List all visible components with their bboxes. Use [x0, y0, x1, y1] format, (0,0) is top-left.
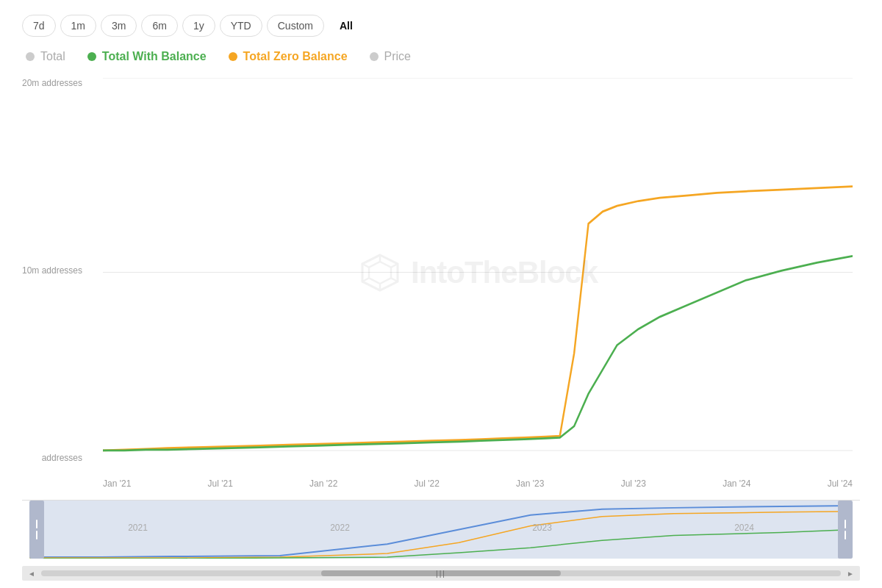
legend-item-total: Total — [26, 50, 65, 63]
y-label-top: 20m addresses — [22, 78, 82, 88]
navigator: 2021 2022 2023 2024 ◄ ||| ► — [22, 500, 860, 581]
chart-lines-svg — [103, 78, 853, 467]
legend-label-price: Price — [384, 50, 411, 63]
time-btn-6m[interactable]: 6m — [141, 15, 177, 37]
chart-legend: TotalTotal With BalanceTotal Zero Balanc… — [22, 50, 860, 63]
x-label-3: Jul '22 — [415, 478, 440, 489]
scroll-arrow-left[interactable]: ◄ — [26, 570, 37, 578]
nav-year-2023: 2023 — [532, 523, 552, 533]
chart-wrapper: 20m addresses 10m addresses addresses — [22, 78, 860, 581]
navigator-year-labels: 2021 2022 2023 2024 — [37, 523, 845, 533]
legend-dot-total — [26, 52, 35, 61]
chart-svg-area: IntoTheBlock — [103, 78, 853, 467]
y-label-mid: 10m addresses — [22, 265, 82, 276]
x-label-5: Jul '23 — [621, 478, 646, 489]
x-label-4: Jan '23 — [516, 478, 544, 489]
x-label-6: Jan '24 — [723, 478, 750, 489]
time-btn-1m[interactable]: 1m — [60, 15, 96, 37]
scrollbar[interactable]: ◄ ||| ► — [22, 566, 860, 581]
x-label-1: Jul '21 — [208, 478, 233, 489]
scroll-track[interactable]: ||| — [41, 570, 841, 576]
time-btn-custom[interactable]: Custom — [267, 15, 324, 37]
time-btn-3m[interactable]: 3m — [101, 15, 137, 37]
legend-item-total-with-balance: Total With Balance — [87, 50, 207, 63]
x-label-2: Jan '22 — [309, 478, 337, 489]
scroll-thumb[interactable]: ||| — [321, 570, 561, 576]
legend-dot-total-with-balance — [87, 52, 96, 61]
legend-label-total: Total — [40, 50, 65, 63]
scroll-thumb-grip: ||| — [435, 570, 447, 576]
nav-year-2021: 2021 — [128, 523, 148, 533]
scroll-arrow-right[interactable]: ► — [845, 570, 856, 578]
navigator-chart: 2021 2022 2023 2024 — [29, 501, 853, 559]
y-axis: 20m addresses 10m addresses addresses — [22, 78, 82, 467]
main-chart: 20m addresses 10m addresses addresses — [22, 78, 860, 496]
nav-year-2022: 2022 — [330, 523, 350, 533]
legend-item-total-zero-balance: Total Zero Balance — [229, 50, 348, 63]
time-btn-7d[interactable]: 7d — [22, 15, 56, 37]
x-label-7: Jul '24 — [828, 478, 853, 489]
main-container: 7d1m3m6m1yYTDCustomAll TotalTotal With B… — [0, 0, 882, 588]
nav-year-2024: 2024 — [734, 523, 754, 533]
y-label-bot: addresses — [22, 453, 82, 463]
legend-dot-total-zero-balance — [229, 52, 237, 61]
time-btn-1y[interactable]: 1y — [182, 15, 215, 37]
x-label-0: Jan '21 — [103, 478, 131, 489]
legend-dot-price — [370, 52, 379, 61]
time-btn-ytd[interactable]: YTD — [220, 15, 262, 37]
legend-label-total-zero-balance: Total Zero Balance — [243, 50, 348, 63]
time-btn-all[interactable]: All — [329, 15, 364, 37]
time-range-selector: 7d1m3m6m1yYTDCustomAll — [22, 15, 860, 37]
legend-item-price: Price — [370, 50, 411, 63]
x-axis: Jan '21 Jul '21 Jan '22 Jul '22 Jan '23 … — [103, 478, 853, 489]
legend-label-total-with-balance: Total With Balance — [102, 50, 207, 63]
